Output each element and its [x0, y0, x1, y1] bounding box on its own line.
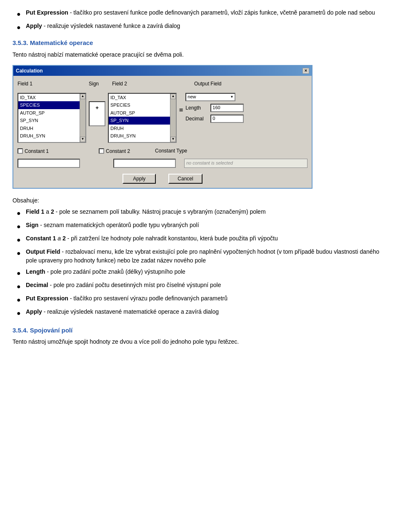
- list-item[interactable]: DRUH_SYN: [18, 132, 80, 140]
- dialog-columns-header: Field 1 Sign Field 2 Output Field: [18, 80, 308, 89]
- bullet-put-expression: ● Put Expression - tlačítko pro sestaven…: [12, 8, 388, 19]
- bullet-field12: ● Field 1 a 2 - pole se seznamem polí ta…: [12, 207, 388, 218]
- put-expr-bold: Put Expression: [26, 295, 68, 302]
- output-field-value: new: [188, 93, 196, 100]
- dialog-lists-row: ID_TAX SPECIES AUTOR_SP SP_SYN DRUH DRUH…: [18, 93, 308, 143]
- scroll-up-btn[interactable]: ▲: [80, 94, 85, 99]
- list-item[interactable]: DRUH: [18, 125, 80, 132]
- constant2-checkbox[interactable]: [99, 148, 104, 154]
- scroll-up-btn-2[interactable]: ▲: [170, 94, 176, 99]
- dialog-titlebar: Calculation ×: [13, 66, 312, 76]
- scroll-down-btn-2[interactable]: ▼: [170, 137, 176, 142]
- constant2-bold: 2: [62, 235, 66, 242]
- constant-type-input-container: no constant is selected: [184, 159, 308, 168]
- sign-listbox[interactable]: +: [89, 101, 105, 126]
- length-row: Length 160: [185, 104, 244, 112]
- decimal-input[interactable]: 0: [210, 115, 244, 123]
- length-value: 160: [212, 104, 220, 111]
- output-field-row: new ▼: [185, 93, 244, 101]
- section-354-heading: 3.5.4. Spojování polí: [12, 326, 388, 335]
- constant-type-group: Constant Type: [155, 147, 187, 155]
- field1-container: ID_TAX SPECIES AUTOR_SP SP_SYN DRUH DRUH…: [18, 93, 86, 143]
- list-item[interactable]: SP_SYN: [18, 117, 80, 125]
- bullet-sign: ● Sign - seznam matematických operátorů …: [12, 221, 388, 232]
- put-expression-text: - tlačítko pro sestavení funkce podle de…: [68, 9, 375, 16]
- output-field-bold: Output Field: [26, 248, 60, 255]
- obsahuje-heading: Obsahuje:: [12, 196, 388, 205]
- constant1-checkbox-item: Constant 1: [18, 147, 49, 155]
- calculation-dialog: Calculation × Field 1 Sign Field 2 Outpu…: [12, 65, 312, 189]
- list-item[interactable]: DRUH_SYN: [109, 132, 170, 140]
- bullet-dot-c: ●: [17, 235, 23, 245]
- scroll-down-btn[interactable]: ▼: [80, 137, 85, 142]
- bullet-apply-intro: ● Apply - realizuje výsledek nastavené f…: [12, 22, 388, 32]
- length-label: Length: [185, 104, 210, 112]
- constant2-input[interactable]: [113, 159, 176, 168]
- field2-bold: 2: [51, 208, 54, 215]
- bullet-length: ● Length - pole pro zadání počte znaků (…: [12, 267, 388, 278]
- list-item[interactable]: ID_TAX: [109, 94, 170, 102]
- constant-inputs-row: no constant is selected: [18, 159, 308, 168]
- scroll-track-2[interactable]: [170, 99, 176, 137]
- decimal-bold: Decimal: [26, 282, 48, 288]
- field2-listbox[interactable]: ID_TAX SPECIES AUTOR_SP SP_SYN DRUH DRUH…: [108, 93, 177, 143]
- a-italic: a: [58, 235, 61, 242]
- col-header-field1: Field 1: [18, 80, 86, 89]
- scroll-track[interactable]: [80, 99, 85, 137]
- output-field-combo[interactable]: new ▼: [185, 93, 235, 101]
- apply-button[interactable]: Apply: [122, 174, 156, 184]
- list-item[interactable]: SP_SYN: [109, 117, 170, 125]
- section-353-intro: Tento nástroj nabízí matematické operace…: [12, 50, 388, 59]
- list-item[interactable]: SPECIES_A: [109, 140, 170, 142]
- bullet-dot-of: ●: [17, 248, 23, 258]
- length-input[interactable]: 160: [210, 104, 244, 112]
- field2-label: Field 2: [112, 80, 181, 87]
- bullet-dot-f1: ●: [17, 208, 23, 218]
- constant2-checkbox-item: Constant 2: [99, 147, 130, 155]
- list-item[interactable]: SPECIES: [18, 101, 80, 109]
- dialog-title: Calculation: [16, 67, 43, 75]
- field1-scroll: ID_TAX SPECIES AUTOR_SP SP_SYN DRUH DRUH…: [18, 94, 85, 142]
- bullet-dot: ●: [17, 9, 23, 19]
- output-container: new ▼ Length 160 Decimal 0: [185, 93, 244, 125]
- field1-listbox[interactable]: ID_TAX SPECIES AUTOR_SP SP_SYN DRUH DRUH…: [18, 93, 86, 143]
- bullet-dot-len: ●: [17, 268, 23, 278]
- field2-scrollbar[interactable]: ▲ ▼: [170, 94, 176, 142]
- field1-scrollbar[interactable]: ▲ ▼: [80, 94, 85, 142]
- field1-content: ID_TAX SPECIES AUTOR_SP SP_SYN DRUH DRUH…: [18, 94, 80, 142]
- field1-label: Field 1: [18, 80, 86, 87]
- bullet-apply-end: ● Apply - realizuje výsledek nastavené m…: [12, 307, 388, 318]
- list-item[interactable]: ID_TAX: [18, 94, 80, 102]
- bullet-dot-2: ●: [17, 22, 23, 32]
- decimal-value: 0: [212, 115, 215, 122]
- output-label: Output Field: [194, 80, 221, 87]
- obsahuje-section: Obsahuje: ● Field 1 a 2 - pole se seznam…: [12, 196, 388, 318]
- equals-symbol: =: [179, 93, 183, 115]
- intro-section: ● Put Expression - tlačítko pro sestaven…: [12, 8, 388, 32]
- field2-content: ID_TAX SPECIES AUTOR_SP SP_SYN DRUH DRUH…: [109, 94, 170, 142]
- field2-container: ID_TAX SPECIES AUTOR_SP SP_SYN DRUH DRUH…: [108, 93, 177, 143]
- bullet-constant12: ● Constant 1 a 2 - při zatržení lze hodn…: [12, 234, 388, 245]
- sign-container: +: [89, 93, 105, 126]
- dialog-buttons: Apply Cancel: [18, 174, 308, 184]
- decimal-row: Decimal 0: [185, 115, 244, 123]
- cancel-button[interactable]: Cancel: [168, 174, 202, 184]
- combo-arrow-icon: ▼: [230, 95, 233, 100]
- dialog-close-button[interactable]: ×: [302, 68, 309, 74]
- bullet-decimal: ● Decimal - pole pro zadání počtu deseti…: [12, 281, 388, 292]
- field1-bold: Field 1: [26, 208, 44, 215]
- sign-bold: Sign: [26, 222, 38, 228]
- list-item[interactable]: AUTOR_SP: [109, 109, 170, 117]
- list-item[interactable]: DRUH: [109, 125, 170, 132]
- apply-label-intro: Apply: [26, 22, 42, 29]
- constant1-input[interactable]: [18, 159, 80, 168]
- sign-label: Sign: [89, 80, 110, 87]
- constant1-checkbox[interactable]: [18, 148, 23, 154]
- list-item[interactable]: SPECIES_A: [18, 140, 80, 142]
- put-expression-label: Put Expression: [26, 9, 68, 16]
- bullet-output-field: ● Output Field - rozbalovací menu, kde l…: [12, 247, 388, 265]
- list-item[interactable]: AUTOR_SP: [18, 109, 80, 117]
- bullet-dot-app: ●: [17, 308, 23, 318]
- constant2-label: Constant 2: [106, 147, 130, 155]
- list-item[interactable]: SPECIES: [109, 101, 170, 109]
